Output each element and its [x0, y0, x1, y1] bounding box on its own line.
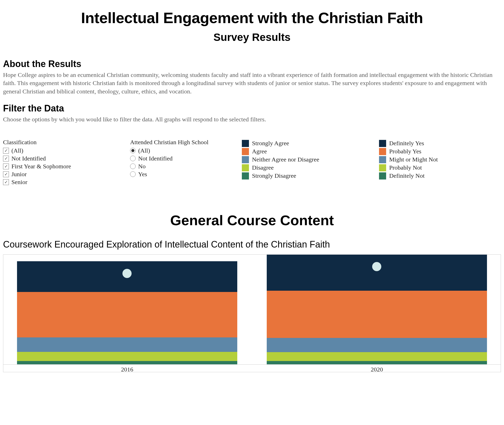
legend-label: Neither Agree nor Disagree — [252, 156, 319, 163]
legend-yes: Definitely YesProbably YesMight or Might… — [379, 139, 491, 187]
legend-swatch — [379, 140, 386, 147]
option-label: Yes — [138, 171, 147, 178]
bar-segment — [17, 292, 238, 337]
bar-segment — [267, 255, 487, 291]
chart-x-axis: 2016 2020 — [3, 364, 501, 372]
legend-item: Definitely Not — [379, 172, 491, 179]
legend-swatch — [242, 156, 249, 163]
filter-classification-label: Classification — [3, 139, 120, 146]
legend-item: Neither Agree nor Disagree — [242, 156, 369, 163]
option-label: (All) — [11, 147, 23, 154]
classification-option[interactable]: ✓First Year & Sophomore — [3, 163, 120, 170]
chart-frame: 2016 2020 — [3, 254, 501, 372]
radio-icon[interactable] — [130, 156, 136, 161]
chart-plot-area — [3, 255, 501, 364]
bar-segment — [267, 338, 487, 352]
legend-swatch — [242, 140, 249, 147]
option-label: First Year & Sophomore — [11, 163, 71, 170]
legend-item: Strongly Agree — [242, 140, 369, 147]
bar-segment — [267, 361, 487, 364]
legend-item: Strongly Disagree — [242, 172, 369, 179]
chart-title: Coursework Encouraged Exploration of Int… — [3, 239, 501, 250]
legend-label: Agree — [252, 148, 267, 155]
bar-segment — [17, 337, 238, 352]
checkbox-icon[interactable]: ✓ — [3, 156, 9, 161]
page-subtitle: Survey Results — [3, 31, 501, 43]
bar-segment — [17, 352, 238, 361]
option-label: (All) — [138, 147, 150, 154]
filter-highschool: Attended Christian High School (All)Not … — [130, 139, 232, 187]
option-label: Not Identified — [138, 155, 172, 162]
filter-highschool-label: Attended Christian High School — [130, 139, 232, 146]
legend-swatch — [379, 148, 386, 155]
bar-segment — [267, 291, 487, 338]
highschool-option[interactable]: (All) — [130, 147, 232, 154]
checkbox-icon[interactable]: ✓ — [3, 164, 9, 169]
x-tick: 2016 — [7, 365, 247, 372]
legend-swatch — [379, 172, 386, 179]
highschool-option[interactable]: Yes — [130, 171, 232, 178]
highschool-option[interactable]: Not Identified — [130, 155, 232, 162]
legend-swatch — [379, 156, 386, 163]
legend-item: Disagree — [242, 164, 369, 171]
legend-swatch — [242, 164, 249, 171]
legend-agree: Strongly AgreeAgreeNeither Agree nor Dis… — [242, 139, 369, 187]
stacked-bar — [17, 261, 238, 364]
legend-item: Probably Yes — [379, 148, 491, 155]
option-label: Junior — [11, 171, 27, 178]
legend-swatch — [379, 164, 386, 171]
legend-swatch — [242, 148, 249, 155]
option-label: Not Identified — [11, 155, 46, 162]
legend-item: Probably Not — [379, 164, 491, 171]
bar-wrap — [257, 255, 497, 364]
about-body: Hope College aspires to be an ecumenical… — [3, 71, 501, 95]
bar-segment — [17, 361, 238, 364]
filters-row: Classification ✓(All)✓Not Identified✓Fir… — [3, 139, 501, 187]
filter-body: Choose the options by which you would li… — [3, 115, 501, 123]
legend-item: Definitely Yes — [379, 140, 491, 147]
x-tick: 2020 — [257, 365, 497, 372]
classification-option[interactable]: ✓(All) — [3, 147, 120, 154]
highschool-option[interactable]: No — [130, 163, 232, 170]
classification-option[interactable]: ✓Junior — [3, 171, 120, 178]
bar-wrap — [7, 255, 247, 364]
classification-option[interactable]: ✓Not Identified — [3, 155, 120, 162]
filter-heading: Filter the Data — [3, 103, 501, 114]
chart-marker-dot — [122, 269, 132, 278]
checkbox-icon[interactable]: ✓ — [3, 148, 9, 154]
legend-swatch — [242, 172, 249, 179]
page-title: Intellectual Engagement with the Christi… — [3, 9, 501, 27]
chart-marker-dot — [372, 262, 381, 271]
radio-icon[interactable] — [130, 148, 136, 153]
option-label: No — [138, 163, 146, 170]
legend-label: Probably Yes — [389, 148, 421, 155]
classification-option[interactable]: ✓Senior — [3, 179, 120, 186]
legend-label: Might or Might Not — [389, 156, 438, 163]
bar-segment — [267, 352, 487, 361]
legend-label: Strongly Disagree — [252, 172, 296, 179]
legend-label: Strongly Agree — [252, 140, 289, 147]
radio-icon[interactable] — [130, 164, 136, 169]
legend-item: Might or Might Not — [379, 156, 491, 163]
legend-label: Definitely Yes — [389, 140, 424, 147]
option-label: Senior — [11, 179, 27, 186]
filter-classification: Classification ✓(All)✓Not Identified✓Fir… — [3, 139, 120, 187]
legend-label: Definitely Not — [389, 172, 424, 179]
about-heading: About the Results — [3, 59, 501, 69]
stacked-bar — [267, 255, 487, 364]
section-title: General Course Content — [3, 212, 501, 228]
checkbox-icon[interactable]: ✓ — [3, 171, 9, 177]
legend-label: Disagree — [252, 164, 274, 171]
checkbox-icon[interactable]: ✓ — [3, 179, 9, 185]
legend-label: Probably Not — [389, 164, 422, 171]
radio-icon[interactable] — [130, 171, 136, 177]
legend-item: Agree — [242, 148, 369, 155]
